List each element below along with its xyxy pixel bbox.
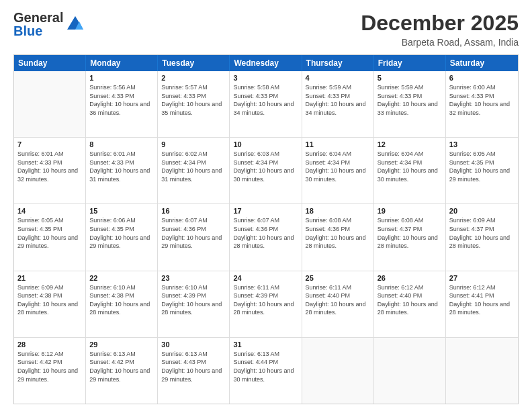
- calendar-cell: 22Sunrise: 6:10 AMSunset: 4:38 PMDayligh…: [86, 271, 158, 337]
- logo: General Blue: [13, 11, 85, 38]
- day-number: 30: [161, 340, 226, 349]
- cell-sun-info: Sunrise: 5:59 AMSunset: 4:33 PMDaylight:…: [378, 83, 442, 117]
- day-number: 21: [17, 274, 82, 282]
- calendar-cell: 16Sunrise: 6:07 AMSunset: 4:36 PMDayligh…: [158, 204, 230, 270]
- calendar-cell: 8Sunrise: 6:01 AMSunset: 4:33 PMDaylight…: [86, 138, 158, 203]
- day-number: 19: [378, 207, 442, 215]
- calendar-cell: 29Sunrise: 6:13 AMSunset: 4:42 PMDayligh…: [86, 338, 158, 404]
- day-number: 23: [161, 274, 226, 282]
- day-number: 14: [17, 207, 82, 215]
- calendar-cell: [302, 338, 374, 404]
- cell-sun-info: Sunrise: 6:09 AMSunset: 4:37 PMDaylight:…: [449, 216, 515, 250]
- day-number: 25: [306, 274, 370, 282]
- calendar-cell: 19Sunrise: 6:08 AMSunset: 4:37 PMDayligh…: [374, 204, 446, 270]
- cell-sun-info: Sunrise: 6:04 AMSunset: 4:34 PMDaylight:…: [306, 150, 370, 183]
- calendar-cell: 2Sunrise: 5:57 AMSunset: 4:33 PMDaylight…: [158, 71, 230, 137]
- calendar-row-1: 7Sunrise: 6:01 AMSunset: 4:33 PMDaylight…: [14, 138, 518, 204]
- day-number: 31: [233, 340, 298, 349]
- day-number: 1: [89, 74, 154, 82]
- month-title: December 2025: [361, 11, 519, 36]
- cell-sun-info: Sunrise: 6:00 AMSunset: 4:33 PMDaylight:…: [449, 83, 515, 117]
- day-number: 7: [17, 140, 82, 148]
- cell-sun-info: Sunrise: 6:10 AMSunset: 4:39 PMDaylight:…: [161, 283, 226, 317]
- calendar-cell: [14, 71, 86, 137]
- cell-sun-info: Sunrise: 6:11 AMSunset: 4:40 PMDaylight:…: [306, 283, 370, 317]
- cell-sun-info: Sunrise: 6:13 AMSunset: 4:43 PMDaylight:…: [161, 350, 226, 383]
- day-number: 11: [306, 140, 370, 148]
- day-number: 6: [449, 74, 515, 82]
- cell-sun-info: Sunrise: 6:08 AMSunset: 4:36 PMDaylight:…: [306, 216, 370, 250]
- header-day-tuesday: Tuesday: [158, 55, 230, 71]
- cell-sun-info: Sunrise: 6:11 AMSunset: 4:39 PMDaylight:…: [233, 283, 298, 317]
- day-number: 16: [161, 207, 226, 215]
- calendar-cell: 24Sunrise: 6:11 AMSunset: 4:39 PMDayligh…: [230, 271, 302, 337]
- calendar-cell: 23Sunrise: 6:10 AMSunset: 4:39 PMDayligh…: [158, 271, 230, 337]
- calendar-cell: 25Sunrise: 6:11 AMSunset: 4:40 PMDayligh…: [302, 271, 374, 337]
- day-number: 18: [306, 207, 370, 215]
- calendar-cell: 3Sunrise: 5:58 AMSunset: 4:33 PMDaylight…: [230, 71, 302, 137]
- header-day-wednesday: Wednesday: [230, 55, 302, 71]
- calendar-cell: 10Sunrise: 6:03 AMSunset: 4:34 PMDayligh…: [230, 138, 302, 203]
- calendar-row-0: 1Sunrise: 5:56 AMSunset: 4:33 PMDaylight…: [14, 71, 518, 138]
- day-number: 8: [89, 140, 154, 148]
- cell-sun-info: Sunrise: 6:10 AMSunset: 4:38 PMDaylight:…: [89, 283, 154, 317]
- calendar-cell: 6Sunrise: 6:00 AMSunset: 4:33 PMDaylight…: [446, 71, 518, 137]
- cell-sun-info: Sunrise: 6:02 AMSunset: 4:34 PMDaylight:…: [161, 150, 226, 183]
- cell-sun-info: Sunrise: 6:09 AMSunset: 4:38 PMDaylight:…: [17, 283, 82, 317]
- day-number: 13: [449, 140, 515, 148]
- calendar-cell: 1Sunrise: 5:56 AMSunset: 4:33 PMDaylight…: [86, 71, 158, 137]
- calendar-cell: 11Sunrise: 6:04 AMSunset: 4:34 PMDayligh…: [302, 138, 374, 203]
- cell-sun-info: Sunrise: 6:05 AMSunset: 4:35 PMDaylight:…: [17, 216, 82, 250]
- day-number: 22: [89, 274, 154, 282]
- day-number: 2: [161, 74, 226, 82]
- day-number: 10: [233, 140, 298, 148]
- day-number: 15: [89, 207, 154, 215]
- calendar-cell: [374, 338, 446, 404]
- location: Barpeta Road, Assam, India: [361, 37, 519, 48]
- cell-sun-info: Sunrise: 6:12 AMSunset: 4:40 PMDaylight:…: [378, 283, 442, 317]
- day-number: 27: [449, 274, 515, 282]
- cell-sun-info: Sunrise: 5:59 AMSunset: 4:33 PMDaylight:…: [306, 83, 370, 117]
- logo-icon: [66, 15, 85, 34]
- calendar-cell: 5Sunrise: 5:59 AMSunset: 4:33 PMDaylight…: [374, 71, 446, 137]
- calendar-cell: 18Sunrise: 6:08 AMSunset: 4:36 PMDayligh…: [302, 204, 374, 270]
- day-number: 20: [449, 207, 515, 215]
- calendar-cell: 27Sunrise: 6:12 AMSunset: 4:41 PMDayligh…: [446, 271, 518, 337]
- day-number: 24: [233, 274, 298, 282]
- day-number: 4: [306, 74, 370, 82]
- header-day-thursday: Thursday: [302, 55, 374, 71]
- cell-sun-info: Sunrise: 5:58 AMSunset: 4:33 PMDaylight:…: [233, 83, 298, 117]
- calendar-cell: 12Sunrise: 6:04 AMSunset: 4:34 PMDayligh…: [374, 138, 446, 203]
- header-day-saturday: Saturday: [446, 55, 518, 71]
- day-number: 9: [161, 140, 226, 148]
- calendar-row-2: 14Sunrise: 6:05 AMSunset: 4:35 PMDayligh…: [14, 204, 518, 271]
- cell-sun-info: Sunrise: 6:08 AMSunset: 4:37 PMDaylight:…: [378, 216, 442, 250]
- calendar-cell: 9Sunrise: 6:02 AMSunset: 4:34 PMDaylight…: [158, 138, 230, 203]
- page: General Blue December 2025 Barpeta Road,…: [0, 0, 532, 411]
- day-number: 12: [378, 140, 442, 148]
- title-block: December 2025 Barpeta Road, Assam, India: [361, 11, 519, 48]
- calendar-cell: 28Sunrise: 6:12 AMSunset: 4:42 PMDayligh…: [14, 338, 86, 404]
- logo-blue: Blue: [13, 24, 63, 38]
- calendar-cell: 15Sunrise: 6:06 AMSunset: 4:35 PMDayligh…: [86, 204, 158, 270]
- cell-sun-info: Sunrise: 6:04 AMSunset: 4:34 PMDaylight:…: [378, 150, 442, 183]
- cell-sun-info: Sunrise: 5:56 AMSunset: 4:33 PMDaylight:…: [89, 83, 154, 117]
- calendar-cell: 26Sunrise: 6:12 AMSunset: 4:40 PMDayligh…: [374, 271, 446, 337]
- calendar-cell: 30Sunrise: 6:13 AMSunset: 4:43 PMDayligh…: [158, 338, 230, 404]
- calendar-cell: [446, 338, 518, 404]
- calendar-cell: 13Sunrise: 6:05 AMSunset: 4:35 PMDayligh…: [446, 138, 518, 203]
- calendar-header: SundayMondayTuesdayWednesdayThursdayFrid…: [14, 55, 518, 71]
- cell-sun-info: Sunrise: 6:07 AMSunset: 4:36 PMDaylight:…: [233, 216, 298, 250]
- cell-sun-info: Sunrise: 6:07 AMSunset: 4:36 PMDaylight:…: [161, 216, 226, 250]
- cell-sun-info: Sunrise: 6:12 AMSunset: 4:42 PMDaylight:…: [17, 350, 82, 383]
- header: General Blue December 2025 Barpeta Road,…: [13, 11, 519, 48]
- calendar-cell: 14Sunrise: 6:05 AMSunset: 4:35 PMDayligh…: [14, 204, 86, 270]
- cell-sun-info: Sunrise: 6:06 AMSunset: 4:35 PMDaylight:…: [89, 216, 154, 250]
- cell-sun-info: Sunrise: 6:05 AMSunset: 4:35 PMDaylight:…: [449, 150, 515, 183]
- day-number: 3: [233, 74, 298, 82]
- day-number: 5: [378, 74, 442, 82]
- calendar-cell: 31Sunrise: 6:13 AMSunset: 4:44 PMDayligh…: [230, 338, 302, 404]
- calendar-row-4: 28Sunrise: 6:12 AMSunset: 4:42 PMDayligh…: [14, 338, 518, 404]
- day-number: 28: [17, 340, 82, 349]
- day-number: 17: [233, 207, 298, 215]
